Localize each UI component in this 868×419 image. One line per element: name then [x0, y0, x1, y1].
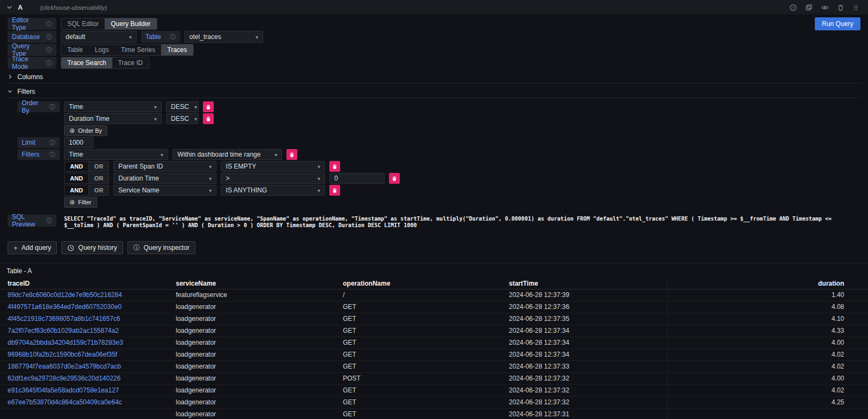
filter-field-select[interactable]: Service Name ▾ — [113, 185, 216, 196]
info-icon[interactable]: ⓘ — [46, 33, 52, 41]
and-option[interactable]: AND — [65, 162, 89, 171]
sql-preview-label-text: SQL Preview — [12, 213, 43, 228]
cell-serviceName: loadgenerator — [168, 409, 335, 419]
tab-sql-editor[interactable]: SQL Editor — [61, 18, 105, 29]
filter-operator-select[interactable]: > ▾ — [221, 173, 325, 184]
columns-section-title: Columns — [17, 73, 43, 81]
cell-duration — [667, 409, 868, 419]
info-icon[interactable]: ⓘ — [46, 59, 52, 67]
filter-operator-select[interactable]: IS EMPTY ▾ — [221, 161, 325, 172]
filter-operator-select[interactable]: Within dashboard time range ▾ — [173, 149, 282, 160]
trace-id-link[interactable]: e91c3645f04fa5e58adcd0758e1ea127 — [8, 386, 119, 394]
column-header-operationname[interactable]: operationName — [335, 278, 501, 289]
and-option[interactable]: AND — [65, 185, 89, 195]
tab-trace-id[interactable]: Trace ID — [112, 57, 149, 68]
cell-startTime: 2024-06-28 12:37:31 — [501, 409, 667, 419]
info-icon[interactable]: ⓘ — [49, 151, 55, 159]
database-select[interactable]: default ▾ — [61, 31, 137, 43]
order-by-direction-select[interactable]: DESC ▾ — [166, 113, 199, 124]
trace-id-link[interactable]: 4f497571a618e364ed7ded60752030e0 — [8, 303, 122, 311]
database-value: default — [66, 33, 85, 41]
columns-section-header[interactable]: Columns — [8, 70, 860, 83]
cell-operationName: GET — [335, 313, 501, 325]
filter-value-input[interactable] — [329, 173, 385, 184]
info-icon[interactable]: ⓘ — [46, 46, 52, 54]
column-header-starttime[interactable]: startTime — [501, 278, 667, 289]
limit-input[interactable] — [64, 137, 93, 148]
trash-icon[interactable] — [837, 4, 844, 11]
trace-id-link[interactable]: db9704a2bbda34204d159c71b78283e3 — [8, 339, 123, 346]
trace-id-link[interactable]: 96968b10fa2b2c1590bc67dea06ef35f — [8, 351, 117, 358]
query-type-toggle: Table Logs Time Series Traces — [61, 44, 194, 56]
info-icon[interactable]: ⓘ — [170, 33, 176, 41]
and-option[interactable]: AND — [65, 173, 89, 183]
info-icon[interactable]: ⓘ — [46, 217, 52, 225]
duplicate-icon[interactable] — [805, 4, 813, 11]
filters-section-header[interactable]: Filters — [8, 85, 860, 98]
filter-field-select[interactable]: Time ▾ — [64, 149, 168, 160]
chevron-down-icon: ▾ — [194, 104, 197, 110]
info-icon[interactable]: ⓘ — [49, 139, 55, 147]
trace-id-link[interactable]: 4f45c21918c73698057a8b1c741657c6 — [8, 315, 120, 323]
drag-handle-icon[interactable] — [852, 4, 859, 11]
info-icon[interactable]: ⓘ — [49, 103, 55, 111]
remove-order-by-button[interactable] — [203, 101, 214, 112]
table-select[interactable]: otel_traces ▾ — [184, 31, 263, 43]
query-history-button[interactable]: Query history — [61, 241, 123, 254]
and-or-toggle: AND OR — [64, 173, 109, 184]
tab-table[interactable]: Table — [61, 44, 89, 55]
or-option[interactable]: OR — [89, 185, 109, 195]
query-inspector-button[interactable]: ⓘ Query inspector — [127, 241, 196, 254]
cell-startTime: 2024-06-28 12:37:33 — [501, 361, 667, 373]
run-query-button[interactable]: Run Query — [815, 17, 860, 30]
filter-field-select[interactable]: Parent Span ID ▾ — [113, 161, 216, 172]
order-by-field-select[interactable]: Duration Time ▾ — [64, 113, 162, 124]
cell-traceID: 89dc7e8c6060c0d12de7e9b50c216284 — [0, 289, 168, 301]
eye-icon[interactable] — [821, 4, 829, 11]
column-header-traceid[interactable]: traceID — [0, 278, 168, 289]
add-query-button[interactable]: + Add query — [8, 241, 57, 254]
remove-filter-button[interactable] — [329, 185, 340, 196]
column-header-duration[interactable]: duration — [667, 278, 868, 289]
filter-field-value: Service Name — [118, 186, 159, 194]
remove-filter-button[interactable] — [389, 173, 400, 184]
order-by-field-select[interactable]: Time ▾ — [64, 101, 162, 112]
filter-operator-select[interactable]: IS ANYTHING ▾ — [221, 185, 325, 196]
info-icon[interactable]: ⓘ — [46, 20, 52, 28]
remove-filter-button[interactable] — [329, 161, 340, 172]
trace-id-link[interactable]: 1887794f7eaa6037d0e2a4579bcd7acb — [8, 363, 121, 370]
cell-serviceName: loadgenerator — [168, 313, 335, 325]
add-order-by-button[interactable]: ⊕ Order By — [64, 125, 107, 136]
tab-query-builder[interactable]: Query Builder — [105, 18, 156, 29]
cell-startTime: 2024-06-28 12:37:32 — [501, 397, 667, 409]
chevron-down-icon: ▾ — [154, 104, 157, 110]
order-by-direction-select[interactable]: DESC ▾ — [166, 101, 199, 112]
column-header-servicename[interactable]: serviceName — [168, 278, 335, 289]
or-option[interactable]: OR — [89, 162, 109, 171]
trace-id-link[interactable]: 89dc7e8c6060c0d12de7e9b50c216284 — [8, 291, 122, 299]
tab-traces[interactable]: Traces — [161, 44, 193, 55]
cell-serviceName: loadgenerator — [168, 373, 335, 385]
remove-filter-button[interactable] — [286, 149, 297, 160]
table-row: 4f497571a618e364ed7ded60752030e0loadgene… — [0, 301, 868, 313]
tab-logs[interactable]: Logs — [89, 44, 115, 55]
order-by-field-value: Time — [69, 103, 83, 111]
trace-id-link[interactable]: 7a2f07ecf63c60b1029ab2ac155874a2 — [8, 327, 119, 334]
cell-traceID: db9704a2bbda34204d159c71b78283e3 — [0, 337, 168, 349]
query-row-header[interactable]: A (clickhouse-observability) ? — [0, 0, 868, 15]
trace-id-link[interactable]: 62df1ec9a29728c9e29536c20d140226 — [8, 375, 120, 382]
filter-field-select[interactable]: Duration Time ▾ — [113, 173, 216, 184]
remove-order-by-button[interactable] — [203, 113, 214, 124]
tab-time-series[interactable]: Time Series — [115, 44, 162, 55]
trace-id-link[interactable]: e67ee7b53870d4c864ca50409ca0e64c — [8, 398, 122, 406]
add-filter-button[interactable]: ⊕ Filter — [64, 197, 97, 208]
order-by-label-text: Order By — [22, 99, 46, 114]
cell-operationName: / — [335, 289, 501, 301]
collapse-chevron-icon[interactable] — [7, 4, 12, 10]
or-option[interactable]: OR — [89, 173, 109, 183]
tab-trace-search[interactable]: Trace Search — [61, 57, 112, 68]
table-row: 1887794f7eaa6037d0e2a4579bcd7acbloadgene… — [0, 361, 868, 373]
cell-duration: 4.02 — [667, 349, 868, 361]
chevron-down-icon: ▾ — [129, 34, 132, 40]
help-icon[interactable]: ? — [789, 4, 797, 11]
